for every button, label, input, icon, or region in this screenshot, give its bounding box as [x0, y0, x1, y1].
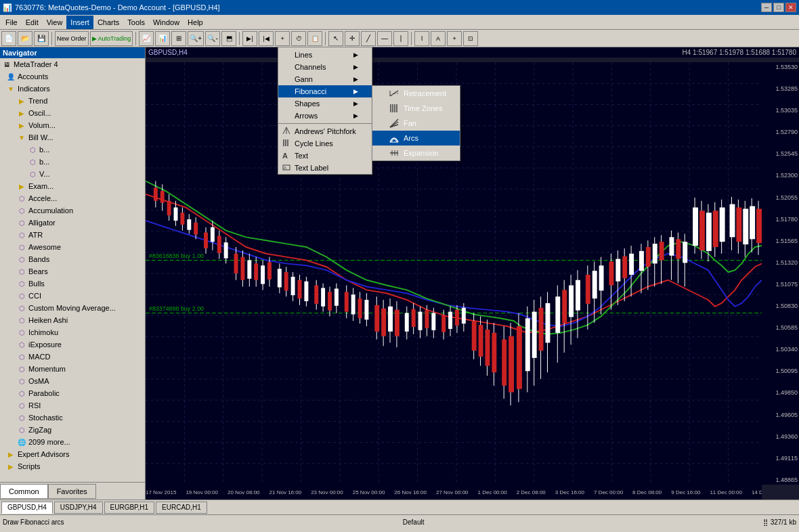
- nav-expert-advisors[interactable]: ▶ Expert Advisors: [0, 448, 145, 460]
- nav-heikenashi[interactable]: ⬡ Heiken Ashi: [0, 314, 145, 326]
- nav-cma[interactable]: ⬡ Custom Moving Average...: [0, 302, 145, 314]
- nav-accumulation[interactable]: ⬡ Accumulation: [0, 204, 145, 217]
- nav-v1[interactable]: ⬡ V...: [0, 168, 145, 180]
- nav-macd[interactable]: ⬡ MACD: [0, 351, 145, 363]
- nav-b1[interactable]: ⬡ b...: [0, 143, 145, 156]
- save-btn[interactable]: 💾: [34, 31, 49, 46]
- nav-tab-common[interactable]: Common: [0, 484, 48, 499]
- zoom-out-btn[interactable]: 🔍-: [205, 31, 220, 46]
- menu-text-label[interactable]: A Text Label: [278, 162, 372, 174]
- nav-scripts[interactable]: ▶ Scripts: [0, 460, 145, 472]
- period-btn2[interactable]: |◀: [259, 31, 274, 46]
- menu-text[interactable]: A Text: [278, 150, 372, 162]
- svg-rect-56: [211, 227, 215, 242]
- nav-exam[interactable]: ▶ Exam...: [0, 180, 145, 192]
- nav-trend[interactable]: ▶ Trend: [0, 95, 145, 107]
- menu-view[interactable]: View: [43, 16, 67, 29]
- menu-tools[interactable]: Tools: [123, 16, 149, 29]
- fib-btn[interactable]: ⌇: [414, 31, 429, 46]
- minimize-button[interactable]: ─: [761, 3, 772, 12]
- menu-help[interactable]: Help: [183, 16, 207, 29]
- nav-accounts[interactable]: 👤 Accounts: [0, 70, 145, 83]
- nav-osma[interactable]: ⬡ OsMA: [0, 375, 145, 387]
- text-btn[interactable]: A: [431, 31, 446, 46]
- open-btn[interactable]: 📂: [18, 31, 33, 46]
- menu-lines[interactable]: Lines ▶: [278, 49, 372, 61]
- nav-accele[interactable]: ⬡ Accele...: [0, 192, 145, 204]
- close-button[interactable]: ✕: [785, 3, 796, 12]
- tab-gbpusd[interactable]: GBPUSD,H4: [1, 502, 53, 514]
- time-12: 7 Dec 00:00: [594, 489, 623, 495]
- template-btn[interactable]: ⊡: [463, 31, 478, 46]
- zoom-level[interactable]: +: [447, 31, 462, 46]
- chart-scroll[interactable]: ⬒: [221, 31, 236, 46]
- new-chart-btn[interactable]: 📄: [1, 31, 16, 46]
- maximize-button[interactable]: □: [773, 3, 784, 12]
- svg-rect-124: [462, 308, 466, 324]
- nav-ichimoku[interactable]: ⬡ Ichimoku: [0, 326, 145, 338]
- svg-rect-166: [622, 257, 627, 278]
- tab-eurcad[interactable]: EURCAD,H1: [156, 502, 207, 514]
- nav-atr[interactable]: ⬡ ATR: [0, 229, 145, 241]
- period-btn5[interactable]: 📋: [307, 31, 322, 46]
- menu-andrews-pitchfork[interactable]: Andrews' Pitchfork: [278, 125, 372, 137]
- hline-btn[interactable]: —: [377, 31, 392, 46]
- auto-trading-btn[interactable]: ▶ AutoTrading: [90, 31, 133, 46]
- nav-cci[interactable]: ⬡ CCI: [0, 290, 145, 302]
- nav-b2[interactable]: ⬡ b...: [0, 156, 145, 168]
- price-2: 1.53285: [762, 85, 799, 92]
- nav-bulls[interactable]: ⬡ Bulls: [0, 278, 145, 290]
- period-btn4[interactable]: ⏱: [291, 31, 306, 46]
- menu-charts[interactable]: Charts: [93, 16, 123, 29]
- nav-metatrader4[interactable]: 🖥 MetaTrader 4: [0, 58, 145, 70]
- zoom-in-btn[interactable]: 🔍+: [188, 31, 204, 46]
- tab-usdjpy[interactable]: USDJPY,H4: [54, 502, 103, 514]
- nav-stochastic[interactable]: ⬡ Stochastic: [0, 412, 145, 424]
- nav-tab-favorites[interactable]: Favorites: [48, 484, 96, 499]
- vline-btn[interactable]: |: [393, 31, 408, 46]
- menu-edit[interactable]: Edit: [22, 16, 43, 29]
- submenu-retracement[interactable]: Retracement: [372, 86, 460, 101]
- nav-more[interactable]: 🌐 2099 more...: [0, 436, 145, 448]
- cma-icon: ⬡: [16, 303, 27, 313]
- submenu-expansion[interactable]: Expansion: [372, 146, 460, 160]
- menu-insert[interactable]: Insert: [66, 16, 93, 29]
- nav-zigzag[interactable]: ⬡ ZigZag: [0, 424, 145, 436]
- svg-rect-72: [267, 262, 272, 279]
- chart-tool2[interactable]: 📊: [155, 31, 170, 46]
- line-btn[interactable]: ╱: [361, 31, 376, 46]
- period-btn3[interactable]: +: [275, 31, 290, 46]
- submenu-fan[interactable]: Fan: [372, 116, 460, 131]
- nav-bands[interactable]: ⬡ Bands: [0, 253, 145, 265]
- menu-cycle-lines[interactable]: Cycle Lines: [278, 137, 372, 150]
- period-btn1[interactable]: ▶|: [242, 31, 257, 46]
- cursor-btn[interactable]: ↖: [328, 31, 343, 46]
- nav-momentum[interactable]: ⬡ Momentum: [0, 363, 145, 375]
- new-order-btn[interactable]: New Order: [55, 31, 89, 46]
- nav-volume[interactable]: ▶ Volum...: [0, 119, 145, 131]
- crosshair-btn[interactable]: ✛: [345, 31, 360, 46]
- navigator-body[interactable]: 🖥 MetaTrader 4 👤 Accounts ▼ Indicators ▶…: [0, 58, 145, 482]
- nav-awesome[interactable]: ⬡ Awesome: [0, 241, 145, 253]
- menu-arrows[interactable]: Arrows ▶: [278, 110, 372, 122]
- menu-fibonacci[interactable]: Fibonacci ▶ Retracement Ti: [278, 85, 372, 97]
- tab-eurgbp[interactable]: EURGBP,H1: [104, 502, 155, 514]
- nav-alligator[interactable]: ⬡ Alligator: [0, 217, 145, 229]
- menu-window[interactable]: Window: [149, 16, 183, 29]
- menu-gann[interactable]: Gann ▶: [278, 73, 372, 85]
- nav-oscil[interactable]: ▶ Oscil...: [0, 107, 145, 119]
- nav-billw[interactable]: ▼ Bill W...: [0, 131, 145, 143]
- nav-indicators[interactable]: ▼ Indicators: [0, 83, 145, 95]
- chart-tool3[interactable]: ⊞: [171, 31, 186, 46]
- nav-bears[interactable]: ⬡ Bears: [0, 265, 145, 278]
- submenu-timezones[interactable]: Time Zones: [372, 101, 460, 116]
- nav-parabolic[interactable]: ⬡ Parabolic: [0, 387, 145, 399]
- nav-iexposure[interactable]: ⬡ iExposure: [0, 338, 145, 351]
- submenu-arcs[interactable]: Arcs: [372, 131, 460, 146]
- menu-file[interactable]: File: [1, 16, 22, 29]
- chart-tool1[interactable]: 📈: [139, 31, 154, 46]
- menu-channels[interactable]: Channels ▶: [278, 61, 372, 73]
- nav-rsi[interactable]: ⬡ RSI: [0, 399, 145, 412]
- svg-rect-196: [736, 208, 741, 242]
- menu-shapes[interactable]: Shapes ▶: [278, 97, 372, 110]
